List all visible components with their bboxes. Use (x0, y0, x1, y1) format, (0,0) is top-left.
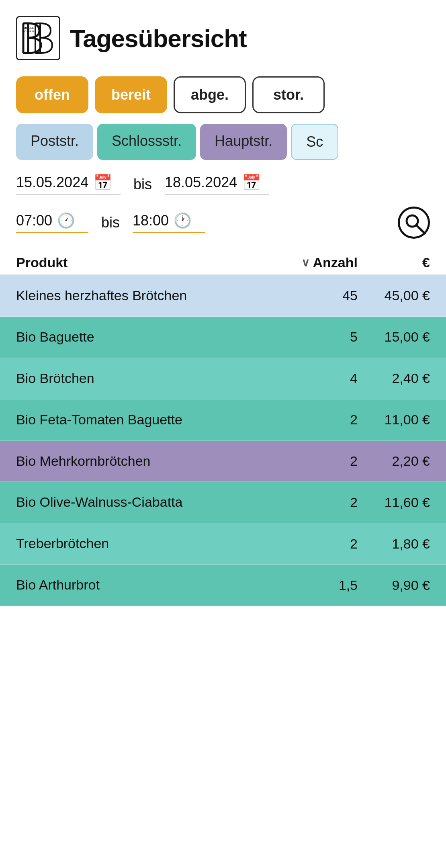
time-range-row: 07:00 🕐 bis 18:00 🕐 (0, 199, 446, 247)
table-row[interactable]: Kleines herzhaftes Brötchen 45 45,00 € (0, 275, 446, 317)
page-header: BULLE BÄCKEREI Tagesübersicht (0, 0, 446, 68)
row-euro: 2,20 € (358, 453, 430, 469)
filter-abge[interactable]: abge. (174, 76, 246, 113)
row-produkt: Bio Feta-Tomaten Baguette (16, 411, 285, 429)
table-header: Produkt ∨ Anzahl € (0, 247, 446, 275)
col-header-produkt: Produkt (16, 255, 285, 270)
row-euro: 45,00 € (358, 288, 430, 303)
table-row[interactable]: Bio Feta-Tomaten Baguette 2 11,00 € (0, 399, 446, 441)
row-anzahl: 4 (285, 371, 358, 386)
svg-text:BULLE: BULLE (24, 26, 35, 30)
filter-stor[interactable]: stor. (252, 76, 325, 113)
date-to: 18.05.2024 (165, 174, 237, 191)
anzahl-sort-icon[interactable]: ∨ (301, 256, 310, 269)
row-anzahl: 5 (285, 329, 358, 345)
search-button[interactable] (398, 207, 430, 239)
date-from-wrap[interactable]: 15.05.2024 📅 (16, 174, 121, 195)
date-to-wrap[interactable]: 18.05.2024 📅 (165, 174, 269, 195)
date-range-row: 15.05.2024 📅 bis 18.05.2024 📅 (0, 164, 446, 199)
date-bis-label: bis (133, 176, 152, 193)
clock-to-icon: 🕐 (174, 212, 192, 229)
filter-bereit[interactable]: bereit (95, 76, 167, 113)
table-row[interactable]: Bio Baguette 5 15,00 € (0, 317, 446, 358)
tab-hauptstr[interactable]: Hauptstr. (200, 124, 287, 160)
row-euro: 1,80 € (358, 536, 430, 552)
row-euro: 11,60 € (358, 495, 430, 510)
logo: BULLE BÄCKEREI (16, 16, 60, 60)
row-anzahl: 2 (285, 412, 358, 428)
search-circle-icon[interactable] (398, 207, 430, 239)
table-row[interactable]: Bio Mehrkornbrötchen 2 2,20 € (0, 441, 446, 482)
svg-line-5 (416, 225, 422, 231)
table-body: Kleines herzhaftes Brötchen 45 45,00 € B… (0, 275, 446, 606)
row-produkt: Bio Olive-Walnuss-Ciabatta (16, 493, 285, 512)
col-header-anzahl: ∨ Anzahl (285, 255, 358, 270)
clock-from-icon: 🕐 (57, 212, 75, 229)
svg-text:BÄCKEREI: BÄCKEREI (22, 30, 34, 33)
row-euro: 15,00 € (358, 329, 430, 345)
table-row[interactable]: Bio Olive-Walnuss-Ciabatta 2 11,60 € (0, 482, 446, 523)
time-to-wrap[interactable]: 18:00 🕐 (133, 212, 205, 233)
tab-schlossstr[interactable]: Schlossstr. (97, 124, 196, 160)
table-row[interactable]: Bio Brötchen 4 2,40 € (0, 358, 446, 399)
tab-sc[interactable]: Sc (291, 124, 338, 160)
time-from-wrap[interactable]: 07:00 🕐 (16, 212, 88, 233)
col-header-euro: € (358, 255, 430, 270)
time-bis-label: bis (101, 214, 120, 231)
row-anzahl: 2 (285, 536, 358, 552)
row-produkt: Bio Mehrkornbrötchen (16, 452, 285, 471)
date-from: 15.05.2024 (16, 174, 88, 191)
row-produkt: Bio Arthurbrot (16, 576, 285, 594)
row-produkt: Kleines herzhaftes Brötchen (16, 287, 285, 305)
row-euro: 11,00 € (358, 412, 430, 428)
filter-buttons-row: offen bereit abge. stor. (0, 68, 446, 120)
row-anzahl: 2 (285, 495, 358, 510)
row-anzahl: 45 (285, 288, 358, 303)
row-anzahl: 1,5 (285, 577, 358, 593)
row-produkt: Bio Baguette (16, 328, 285, 346)
row-produkt: Bio Brötchen (16, 369, 285, 388)
time-from: 07:00 (16, 212, 52, 229)
table-row[interactable]: Bio Arthurbrot 1,5 9,90 € (0, 565, 446, 606)
row-euro: 2,40 € (358, 371, 430, 386)
tab-poststr[interactable]: Poststr. (16, 124, 93, 160)
row-produkt: Treberbrötchen (16, 534, 285, 553)
row-anzahl: 2 (285, 453, 358, 469)
calendar-to-icon: 📅 (242, 174, 261, 191)
filter-offen[interactable]: offen (16, 76, 88, 113)
location-tabs-row: Poststr. Schlossstr. Hauptstr. Sc (0, 120, 446, 164)
calendar-from-icon: 📅 (93, 174, 112, 191)
table-row[interactable]: Treberbrötchen 2 1,80 € (0, 523, 446, 565)
page-title: Tagesübersicht (70, 24, 247, 53)
row-euro: 9,90 € (358, 577, 430, 593)
time-to: 18:00 (133, 212, 169, 229)
